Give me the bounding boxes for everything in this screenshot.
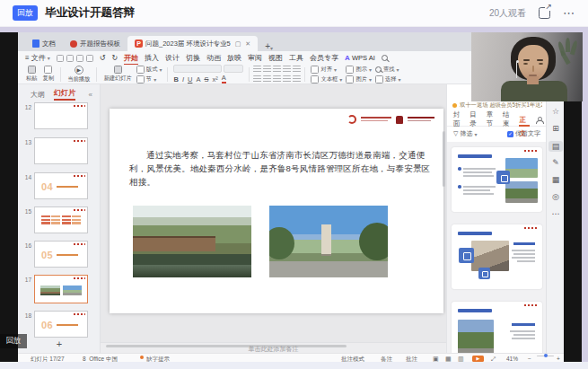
filter-button[interactable]: 筛选 (460, 129, 472, 138)
menu-home[interactable]: 开始 (124, 53, 138, 63)
edit-icon[interactable]: ✎ (547, 158, 565, 167)
rail-more-icon[interactable]: ⋯ (547, 209, 565, 218)
template-card[interactable] (452, 224, 542, 289)
find-button[interactable]: 查找 ▾ (375, 66, 401, 74)
bold-button[interactable]: B (173, 75, 178, 83)
slide-body-text[interactable]: 通过实地考察，马套村位于山东省济南市长清区万德街道最南端，交通便利，风景优美。地… (129, 148, 431, 189)
canvas-horizontal-scrollbar[interactable] (106, 345, 347, 347)
current-slide[interactable]: 通过实地考察，马套村位于山东省济南市长清区万德街道最南端，交通便利，风景优美。地… (110, 109, 443, 313)
redo-icon[interactable]: ↻ (111, 54, 118, 62)
slide-thumb-15[interactable]: 15 (18, 206, 101, 233)
tab-cover[interactable]: 封面 (453, 110, 463, 128)
star-icon[interactable]: ☆ (547, 107, 565, 116)
paste-button[interactable]: 粘贴 (23, 66, 40, 83)
layout-button[interactable]: 版式 ▾ (136, 66, 162, 74)
slideshow-play-button[interactable]: ▶ (472, 356, 484, 362)
numbering-icon[interactable] (263, 66, 271, 74)
align-center-icon[interactable] (263, 75, 271, 83)
slide-thumb-14[interactable]: 14 04 (18, 172, 101, 199)
slide-photo-street-monument[interactable] (269, 206, 388, 277)
menu-animation[interactable]: 动画 (206, 53, 221, 63)
slide-thumb-13[interactable]: 13 (18, 137, 101, 164)
person-icon[interactable] (536, 117, 540, 123)
slide-thumb-16[interactable]: 16 05 (18, 241, 101, 268)
preview-icon[interactable] (76, 55, 83, 62)
justify-icon[interactable] (283, 75, 291, 83)
promo-banner[interactable]: 双十一返场 超级会员5折买1年送2个月 (452, 101, 542, 110)
print-icon[interactable] (66, 55, 74, 62)
keep-text-checkbox[interactable]: ✓ (507, 131, 513, 137)
columns-icon[interactable] (293, 75, 301, 83)
file-menu[interactable]: ≡ 文件 ▾ (25, 53, 50, 63)
panel-icon[interactable]: ⊞ (547, 124, 565, 133)
select-button[interactable]: 选择 ▾ (375, 75, 401, 83)
slide-thumb-18[interactable]: 18 06 (18, 311, 101, 338)
wps-ai-button[interactable]: A WPS AI (345, 54, 375, 62)
underline-button[interactable]: U (188, 75, 192, 83)
font-family-select[interactable] (173, 65, 222, 73)
indent-decrease-icon[interactable] (273, 66, 281, 74)
more-menu-icon[interactable]: ⋯ (563, 7, 575, 19)
zoom-slider[interactable] (537, 356, 554, 357)
menu-view[interactable]: 视图 (268, 53, 283, 63)
tab-list-chevron[interactable]: ▾ (270, 45, 273, 51)
slide-thumb-12[interactable]: 12 (18, 102, 101, 129)
slide-photo-village-park[interactable] (133, 206, 251, 277)
menu-transition[interactable]: 切换 (186, 53, 200, 63)
add-slide-button[interactable]: + (18, 338, 101, 349)
template-card[interactable] (452, 147, 542, 212)
notes-placeholder[interactable]: 单击此处添加备注 (249, 346, 299, 352)
tab-outline[interactable]: 大纲 (31, 90, 45, 100)
tab-chapter[interactable]: 章节 (487, 110, 496, 128)
copy-button[interactable]: 复制 (40, 66, 57, 83)
align-left-icon[interactable] (253, 75, 261, 83)
search-icon[interactable] (382, 55, 388, 61)
presenter-webcam-video[interactable] (471, 32, 583, 101)
textbox-button[interactable]: 文本框 ▾ (311, 75, 342, 83)
zoom-out-button[interactable]: − (528, 356, 531, 362)
tab-body-active[interactable]: 正文 (519, 113, 529, 127)
output-icon[interactable] (86, 55, 93, 62)
tab-other-doc[interactable]: 开题报告模板 (63, 36, 127, 51)
font-color-button[interactable]: A (222, 75, 226, 83)
share-icon[interactable]: ↗ (539, 7, 550, 19)
zoom-slider-handle[interactable] (544, 354, 548, 357)
align-right-icon[interactable] (273, 75, 281, 83)
menu-slideshow[interactable]: 放映 (227, 53, 241, 63)
indent-increase-icon[interactable] (283, 66, 291, 74)
pin-icon[interactable]: ▢ (235, 40, 241, 48)
canvas-vertical-scrollbar[interactable] (443, 95, 445, 327)
collapse-panel-icon[interactable]: « (89, 91, 92, 99)
template-card[interactable] (452, 302, 542, 353)
bullets-icon[interactable] (253, 66, 261, 74)
menu-tools[interactable]: 工具 (289, 53, 303, 63)
line-spacing-icon[interactable] (293, 66, 301, 74)
menu-review[interactable]: 审阅 (248, 53, 262, 63)
save-icon[interactable] (57, 55, 64, 62)
beautify-icon[interactable]: ▤ (549, 141, 563, 152)
image-tool-icon[interactable]: ▦ (547, 175, 565, 184)
close-tab-icon[interactable]: ✕ (245, 40, 250, 48)
menu-design[interactable]: 设计 (165, 53, 180, 63)
tab-docs-home[interactable]: 文档 (25, 36, 63, 51)
diagram-button[interactable]: 图示 ▾ (346, 66, 372, 74)
tab-active-presentation[interactable]: P 问题_2023届 环境设计专业5 ▢ ✕ (127, 36, 258, 51)
slide-thumb-17-selected[interactable]: 17 (18, 275, 101, 303)
font-size-select[interactable] (224, 65, 243, 73)
italic-button[interactable]: I (182, 75, 184, 83)
tab-ending[interactable]: 结束 (503, 110, 513, 128)
align-button[interactable]: 对齐 ▾ (311, 66, 342, 74)
font-effects-button[interactable]: A (196, 75, 200, 83)
superscript-button[interactable]: x² (212, 75, 217, 83)
undo-icon[interactable]: ↺ (100, 54, 106, 62)
menu-membership[interactable]: 会员专享 (310, 53, 338, 63)
section-button[interactable]: 节 ▾ (136, 75, 162, 83)
tab-contents[interactable]: 目录 (470, 110, 479, 128)
new-slide-button[interactable]: 新建幻灯片 (101, 66, 134, 83)
play-from-current-button[interactable]: ▶ 当前播放 (65, 66, 92, 83)
tab-slides[interactable]: 幻灯片 (54, 88, 75, 101)
menu-insert[interactable]: 插入 (145, 53, 159, 63)
picture-button[interactable]: 图片 ▾ (346, 75, 372, 83)
strikethrough-button[interactable]: S (204, 75, 208, 83)
zoom-level[interactable]: 41% (506, 356, 518, 362)
